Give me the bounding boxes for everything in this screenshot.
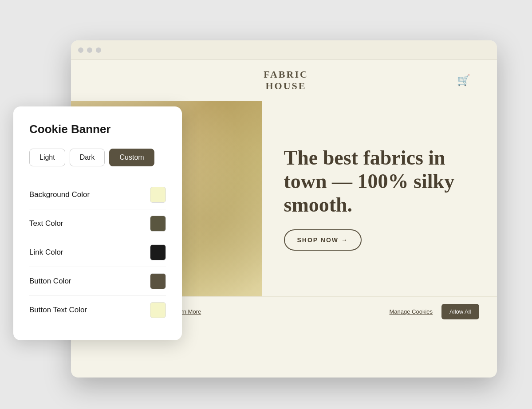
- color-swatch-background-color[interactable]: [150, 187, 166, 203]
- site-header: FABRIC HOUSE 🛒: [71, 60, 497, 101]
- hero-title: The best fabrics in town — 100% silky sm…: [284, 146, 475, 217]
- hero-content: The best fabrics in town — 100% silky sm…: [262, 101, 497, 296]
- color-label-text-color: Text Color: [29, 219, 63, 228]
- color-row-button-text-color: Button Text Color: [29, 296, 166, 324]
- theme-btn-dark[interactable]: Dark: [70, 149, 105, 166]
- color-label-button-text-color: Button Text Color: [29, 306, 87, 315]
- browser-dot-green: [96, 47, 101, 53]
- color-row-text-color: Text Color: [29, 209, 166, 238]
- color-swatch-link-color[interactable]: [150, 244, 166, 260]
- color-label-button-color: Button Color: [29, 277, 71, 286]
- color-label-background-color: Background Color: [29, 190, 90, 199]
- browser-chrome: [71, 40, 497, 60]
- cart-icon[interactable]: 🛒: [457, 74, 470, 87]
- color-swatch-button-color[interactable]: [150, 273, 166, 289]
- color-row-link-color: Link Color: [29, 238, 166, 267]
- manage-cookies-button[interactable]: Manage Cookies: [390, 308, 433, 315]
- color-swatch-button-text-color[interactable]: [150, 302, 166, 318]
- theme-btn-light[interactable]: Light: [29, 149, 65, 166]
- color-row-button-color: Button Color: [29, 267, 166, 296]
- color-label-link-color: Link Color: [29, 248, 63, 257]
- site-logo: FABRIC HOUSE: [264, 69, 308, 92]
- theme-btn-custom[interactable]: Custom: [109, 149, 154, 166]
- color-swatch-text-color[interactable]: [150, 216, 166, 232]
- theme-button-group: LightDarkCustom: [29, 149, 166, 166]
- browser-dot-yellow: [87, 47, 92, 53]
- cookie-banner-panel: Cookie Banner LightDarkCustom Background…: [13, 106, 182, 340]
- browser-dot-red: [78, 47, 83, 53]
- color-rows: Background ColorText ColorLink ColorButt…: [29, 181, 166, 324]
- shop-now-button[interactable]: SHOP NOW →: [284, 229, 362, 251]
- color-row-background-color: Background Color: [29, 181, 166, 209]
- panel-title: Cookie Banner: [29, 122, 166, 136]
- allow-all-button[interactable]: Allow All: [441, 304, 479, 319]
